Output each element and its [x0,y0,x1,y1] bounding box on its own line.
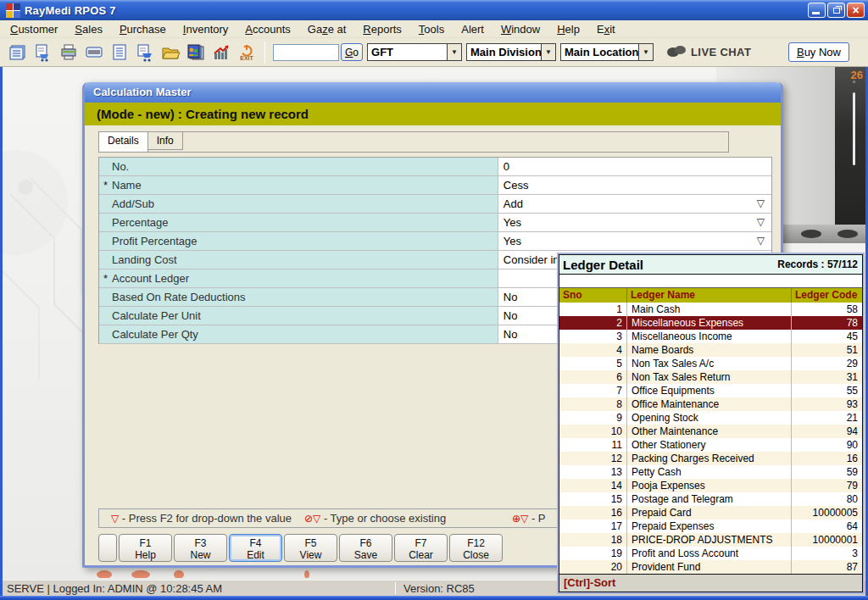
menu-item-purchase[interactable]: Purchase [111,21,175,37]
ledger-row[interactable]: 6Non Tax Sales Return31 [559,370,862,384]
combo-gft[interactable]: GFT▼ [367,43,462,61]
menu-item-accounts[interactable]: Accounts [236,21,298,37]
ledger-row[interactable]: 4Name Boards51 [559,343,862,357]
ledger-row[interactable]: 13Petty Cash59 [559,465,862,479]
go-button[interactable]: Go [341,43,363,61]
ledger-code-cell: 3 [792,547,861,560]
sno-cell: 7 [559,384,627,397]
popup-footer: [Ctrl]-Sort [559,574,862,592]
menu-item-alert[interactable]: Alert [453,21,492,37]
sno-cell: 8 [559,397,627,411]
field-value[interactable]: Add▽ [498,195,771,213]
column-header-ledger-code[interactable]: Ledger Code [792,288,861,303]
edit-button[interactable]: F4Edit [229,534,282,562]
dialog-title[interactable]: Calculation Master [85,82,781,103]
ledger-row[interactable]: 18PRICE-DROP ADJUSTMENTS10000001 [559,533,862,547]
menu-item-inventory[interactable]: Inventory [175,21,237,37]
stock-list-icon[interactable] [107,40,132,65]
column-header-ledger-name[interactable]: Ledger Name [627,288,792,303]
field-value[interactable]: Cess [498,176,771,194]
menu-item-gaze-at[interactable]: Gaze at [299,21,355,37]
field-label: *Name [99,176,498,194]
app-logo-icon [6,3,20,18]
combo-main-division[interactable]: Main Division▼ [466,43,556,61]
toolbar-separator [264,42,265,64]
menu-item-tools[interactable]: Tools [410,21,453,37]
menu-item-customer[interactable]: Customer [2,21,66,37]
menu-item-reports[interactable]: Reports [354,21,410,37]
chart-icon[interactable] [209,40,234,65]
field-label: Add/Sub [99,195,498,213]
ledger-row[interactable]: 8Office Maintenance93 [559,397,862,411]
tab-info[interactable]: Info [148,132,183,150]
ledger-row[interactable]: 10Other Maintenance94 [559,425,862,438]
barcode-icon[interactable] [81,40,107,65]
new-button[interactable]: F3New [174,534,227,562]
ledger-code-cell: 87 [792,560,861,574]
combo-main-location[interactable]: Main Location▼ [560,43,654,61]
search-input[interactable] [273,44,339,61]
menu-item-help[interactable]: Help [548,21,588,37]
ledger-code-cell: 21 [792,411,861,425]
table-body: 1Main Cash582Miscellaneous Expenses783Mi… [559,303,862,574]
printer-icon[interactable] [56,40,81,65]
sales-invoice-icon[interactable] [31,40,56,65]
menu-item-sales[interactable]: Sales [66,21,111,37]
dropdown-nabla-icon[interactable]: ▽ [757,195,765,213]
ledger-row[interactable]: 3Miscellaneous Income45 [559,330,862,343]
ledger-row[interactable]: 15Postage and Telegram80 [559,492,862,506]
sno-cell: 1 [559,303,627,316]
save-button[interactable]: F6Save [339,534,392,562]
customers-icon[interactable] [183,40,209,65]
ledger-name-cell: Miscellaneous Income [627,330,792,343]
ledger-row[interactable]: 2Miscellaneous Expenses78 [559,316,862,330]
exit-icon[interactable]: EXIT [234,40,259,65]
close-button[interactable]: F12Close [449,534,503,562]
blank-button[interactable] [98,534,117,562]
menu-item-exit[interactable]: Exit [588,21,624,37]
field-value[interactable]: 0 [498,158,771,175]
ledger-code-cell: 55 [792,384,861,397]
ledger-row[interactable]: 20Provident Fund87 [559,560,862,574]
ledger-name-cell: Office Equipments [627,384,792,397]
ledger-row[interactable]: 12Packing Charges Received16 [559,452,862,465]
column-header-sno[interactable]: Sno [559,288,627,303]
restore-button[interactable] [827,3,845,18]
chevron-down-icon[interactable]: ▼ [638,44,653,60]
clear-button[interactable]: F7Clear [394,534,448,562]
close-button[interactable]: × [847,3,865,18]
help-button[interactable]: F1Help [119,534,172,562]
ledger-row[interactable]: 9Opening Stock21 [559,411,862,425]
ledger-row[interactable]: 19Profit and Loss Account3 [559,547,862,560]
view-button[interactable]: F5View [284,534,337,562]
ledger-row[interactable]: 16Prepaid Card10000005 [559,506,862,519]
ledger-row[interactable]: 7Office Equipments55 [559,384,862,397]
version-text: Version: RC85 [403,582,475,595]
ledger-icon[interactable] [5,40,31,65]
ledger-code-cell: 80 [792,492,861,506]
ledger-row[interactable]: 5Non Tax Sales A/c29 [559,357,862,370]
ledger-row[interactable]: 14Pooja Expenses79 [559,479,862,492]
filter-row[interactable] [559,275,862,288]
field-value[interactable]: Yes▽ [498,232,771,250]
chevron-down-icon[interactable]: ▼ [447,44,461,60]
menu-item-window[interactable]: Window [492,21,548,37]
field-value[interactable]: Yes▽ [498,214,771,231]
hint-symbol-icon: ⊕▽ [512,513,528,525]
purchase-cart-icon[interactable] [132,40,158,65]
ledger-code-cell: 31 [792,370,861,384]
ledger-row[interactable]: 1Main Cash58 [559,303,862,316]
minimize-button[interactable] [808,3,826,18]
ledger-row[interactable]: 11Other Stationery90 [559,438,862,452]
tab-details[interactable]: Details [99,132,148,152]
chat-bubble-icon [667,46,686,58]
buy-now-button[interactable]: Buy Now [788,42,849,62]
ledger-name-cell: Name Boards [627,343,792,357]
live-chat[interactable]: LIVE CHAT [667,46,751,58]
chevron-down-icon[interactable]: ▼ [541,44,555,60]
folder-icon[interactable] [158,40,183,65]
dropdown-nabla-icon[interactable]: ▽ [757,232,765,250]
ledger-row[interactable]: 17Prepaid Expenses64 [559,519,862,533]
ledger-code-cell: 10000005 [792,506,861,519]
dropdown-nabla-icon[interactable]: ▽ [757,214,765,231]
